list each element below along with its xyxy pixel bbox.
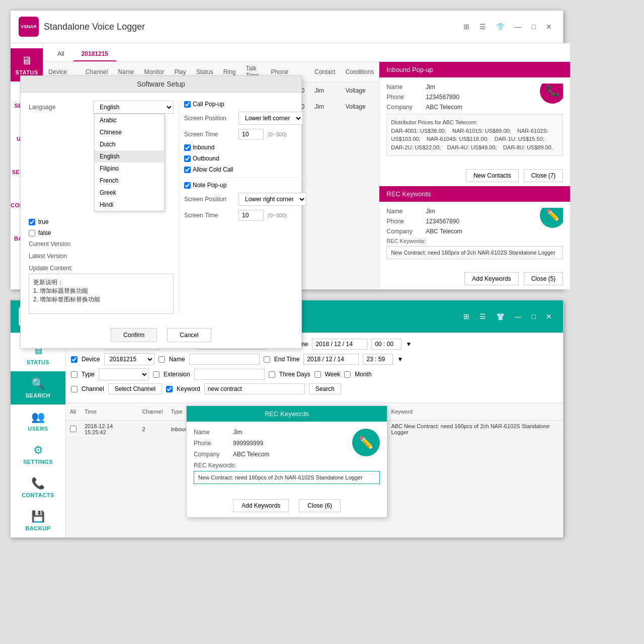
- shirt-icon-1[interactable]: 👕: [493, 22, 508, 32]
- month-checkbox[interactable]: [344, 371, 351, 378]
- search-row-2: Device 20181215 Name End Time ▼: [71, 353, 558, 365]
- cancel-btn[interactable]: Cancel: [167, 328, 211, 342]
- inbound-name-row: Name Jim: [386, 84, 540, 91]
- grid-icon-2[interactable]: ⊞: [460, 311, 472, 321]
- rec-modal-company-row: Company ABC Telecom: [194, 451, 347, 458]
- type-checkbox[interactable]: [71, 371, 77, 378]
- device-checkbox[interactable]: [71, 356, 77, 363]
- start-time-date[interactable]: [312, 339, 367, 350]
- end-time-dropdown-icon[interactable]: ▼: [397, 356, 403, 363]
- keyword-input[interactable]: [204, 383, 305, 394]
- status-label-2: STATUS: [27, 359, 49, 365]
- tab-all-1[interactable]: All: [49, 47, 72, 61]
- row-checkbox[interactable]: [70, 426, 76, 432]
- sidebar-item-settings-2[interactable]: ⚙ SETTINGS: [11, 438, 65, 471]
- tab-date-1[interactable]: 20181215: [73, 47, 116, 61]
- rec-keywords-actions: Add Keywords Close (5): [379, 268, 570, 289]
- grid-icon-1[interactable]: ⊞: [460, 22, 472, 32]
- three-days-checkbox[interactable]: [269, 371, 275, 378]
- lang-english[interactable]: English: [95, 150, 164, 163]
- week-checkbox[interactable]: [314, 371, 321, 378]
- inbound-checkbox[interactable]: [184, 144, 191, 151]
- contacts-label-2: CONTACTS: [22, 492, 54, 498]
- start-time-hour[interactable]: [371, 339, 401, 350]
- auto-upgrade-checkbox[interactable]: [29, 230, 35, 236]
- end-time-hour[interactable]: [363, 354, 393, 365]
- lang-arabic[interactable]: Arabic: [95, 114, 164, 126]
- screen-position-label: Screen Position: [184, 115, 234, 122]
- call-popup-checkbox[interactable]: [184, 101, 191, 108]
- outbound-label: Outbound: [193, 155, 219, 162]
- auto-backup-checkbox[interactable]: [29, 219, 35, 225]
- cold-call-checkbox[interactable]: [184, 167, 191, 173]
- maximize-btn-2[interactable]: □: [529, 311, 539, 321]
- maximize-btn-1[interactable]: □: [529, 22, 539, 32]
- keyword-form-label: Keyword: [177, 385, 200, 392]
- note-screen-position-select[interactable]: Lower right corner: [238, 193, 306, 206]
- window-controls-2: ⊞ ☰ 👕 — □ ✕: [460, 311, 555, 321]
- sidebar-item-search-2[interactable]: 🔍 SEARCH: [11, 371, 65, 405]
- confirm-btn[interactable]: Confirm: [111, 328, 157, 342]
- channel-checkbox[interactable]: [71, 386, 77, 392]
- note-popup-checkbox[interactable]: [184, 182, 191, 189]
- th-conditions-1: Conditions: [341, 62, 379, 83]
- note-screen-time-row: Screen Time (0~300): [184, 210, 306, 221]
- lang-filipino[interactable]: Filipino: [95, 163, 164, 175]
- keyword-checkbox[interactable]: [166, 386, 173, 392]
- close-rec-btn-1[interactable]: Close (5): [524, 272, 564, 285]
- note-screen-time-input[interactable]: [238, 210, 264, 221]
- language-select[interactable]: English: [93, 101, 174, 114]
- settings-label-2: SETTINGS: [23, 459, 53, 465]
- minimize-btn-2[interactable]: —: [512, 311, 525, 321]
- close-btn-1[interactable]: ✕: [543, 22, 555, 32]
- result-checkbox-cell[interactable]: [66, 421, 80, 438]
- search-execute-btn[interactable]: Search: [309, 383, 341, 394]
- lang-chinese[interactable]: Chinese: [95, 126, 164, 138]
- device-dropdown[interactable]: 20181215: [104, 353, 154, 365]
- extension-input[interactable]: [194, 369, 265, 380]
- result-time: 2018-12-14 15:25:42: [80, 421, 138, 438]
- sidebar-item-backup-2[interactable]: 💾 BACKUP: [11, 504, 65, 537]
- sidebar-item-users-2[interactable]: 👥 USERS: [11, 405, 65, 438]
- extension-checkbox[interactable]: [153, 371, 159, 378]
- name-checkbox[interactable]: [158, 356, 165, 363]
- software-setup-modal: Software Setup Language English: [20, 75, 302, 349]
- list-icon-2[interactable]: ☰: [476, 311, 489, 321]
- rec-modal-phone-value: 999999999: [233, 440, 263, 447]
- rec-name-value: Jim: [426, 208, 435, 215]
- screen-position-select[interactable]: Lower left corner: [238, 112, 303, 125]
- list-icon-1[interactable]: ☰: [476, 22, 489, 32]
- new-contacts-btn[interactable]: New Contacts: [466, 169, 519, 182]
- rec-keywords-header: REC Keywords: [379, 186, 570, 202]
- add-keywords-btn-1[interactable]: Add Keywords: [464, 272, 518, 285]
- select-channel-btn[interactable]: Select Channel: [108, 383, 162, 394]
- add-keywords-btn-2[interactable]: Add Keywords: [233, 499, 289, 512]
- type-dropdown[interactable]: [99, 368, 149, 380]
- lang-french[interactable]: French: [95, 175, 164, 187]
- tab-bar-1: All 20181215: [43, 43, 570, 62]
- rec-keywords-input[interactable]: [194, 471, 380, 484]
- th-channel: Channel: [138, 403, 167, 421]
- minimize-btn-1[interactable]: —: [512, 22, 525, 32]
- screen-time-input[interactable]: [238, 129, 264, 140]
- inbound-company-row: Company ABC Telecom: [386, 104, 563, 111]
- close-rec-btn-2[interactable]: Close (6): [299, 499, 341, 512]
- rec-modal-keywords-label: REC Keywords:: [194, 462, 380, 469]
- end-time-date[interactable]: [303, 354, 359, 365]
- name-input[interactable]: [189, 354, 260, 365]
- shirt-icon-2[interactable]: 👕: [493, 311, 508, 321]
- start-time-dropdown-icon[interactable]: ▼: [406, 341, 412, 348]
- rec-keywords-text-value: New Contract: need 160pcs of 2ch NAR-610…: [386, 246, 563, 259]
- three-days-label: Three Days: [279, 371, 310, 378]
- lang-hindi[interactable]: Hindi: [95, 199, 164, 211]
- lang-greek[interactable]: Greek: [95, 187, 164, 199]
- lang-dutch[interactable]: Dutch: [95, 138, 164, 150]
- end-time-checkbox[interactable]: [264, 356, 270, 363]
- rec-keywords-body: ✏️ Name Jim Phone 1234567890: [379, 202, 570, 268]
- inbound-label: Inbound: [193, 144, 214, 151]
- close-inbound-btn[interactable]: Close (7): [524, 169, 564, 182]
- close-btn-2[interactable]: ✕: [543, 311, 555, 321]
- sidebar-item-contacts-2[interactable]: 📞 CONTACTS: [11, 471, 65, 504]
- inbound-popup-actions: New Contacts Close (7): [379, 165, 570, 186]
- outbound-checkbox[interactable]: [184, 155, 191, 162]
